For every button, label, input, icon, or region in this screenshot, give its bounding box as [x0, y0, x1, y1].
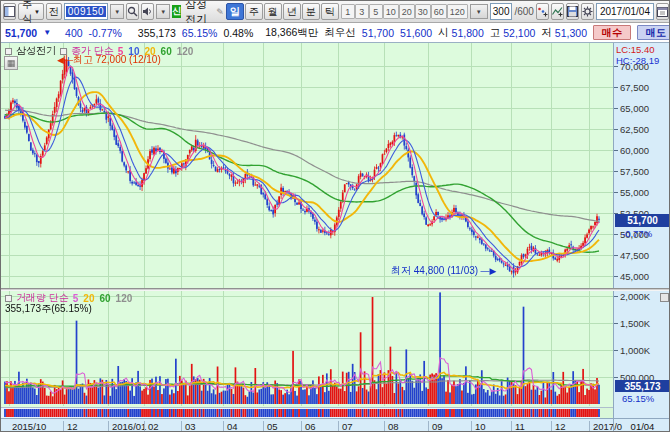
pane-collapse-button[interactable]: [660, 293, 669, 302]
tick-label: 1,000K: [620, 345, 650, 356]
chart-date-input[interactable]: 2017/01/04: [596, 3, 654, 20]
current-change-label: -0.77%: [622, 228, 652, 239]
price-axis-tick: 57,500: [614, 166, 649, 177]
volume-axis-tick: 1,500K: [614, 318, 650, 329]
price-axis-panel: LC:15.40 HC:-28.19 70,00067,50065,00062,…: [613, 43, 670, 418]
volume-ratio: 65.15%: [182, 27, 218, 39]
x-axis-label: 10: [471, 421, 486, 432]
x-axis-label: 07: [338, 421, 353, 432]
interval-button[interactable]: 30: [415, 4, 431, 19]
price-axis-tick: 62,500: [614, 124, 649, 135]
indicator-add-button[interactable]: [536, 3, 549, 20]
search-button[interactable]: [126, 3, 139, 20]
prev-button[interactable]: 전: [46, 3, 62, 20]
arrow-left-icon: ◀—: [57, 55, 73, 65]
period-button[interactable]: 일: [226, 3, 244, 20]
down-arrow-icon: ▼: [43, 28, 51, 37]
calendar-button[interactable]: [656, 3, 669, 20]
sound-button[interactable]: [141, 3, 154, 20]
open-value: 51,800: [452, 27, 484, 39]
interval-button[interactable]: 10: [383, 4, 399, 19]
volume-summary-label: 355,173주(65.15%): [5, 302, 92, 316]
sound-dropdown-button[interactable]: ▼: [156, 4, 170, 19]
tick-mark: [614, 192, 618, 193]
tick-mark: [614, 150, 618, 151]
tick-mark: [614, 171, 618, 172]
settings-button[interactable]: [581, 3, 594, 20]
open-label: 시: [438, 26, 449, 40]
floppy-icon: [567, 6, 578, 17]
interval-button[interactable]: 20: [399, 4, 415, 19]
bar-count-input[interactable]: 300: [490, 3, 513, 20]
interval-button[interactable]: 5: [369, 4, 383, 19]
window-menu-button[interactable]: [3, 3, 16, 20]
interval-button[interactable]: 60: [431, 4, 447, 19]
code-dropdown-button[interactable]: ▼: [110, 4, 124, 19]
ma-period-label: 60: [99, 293, 110, 304]
tick-label: 62,500: [620, 124, 649, 135]
asset-type-label: 주식: [22, 0, 32, 26]
legend-series-name: 삼성전기: [16, 44, 56, 58]
volume-series-toggle[interactable]: [5, 295, 12, 302]
period-button[interactable]: 틱: [321, 3, 339, 20]
trade-amount: 18,366백만: [265, 26, 318, 40]
interval-button[interactable]: 120: [447, 4, 468, 19]
tick-label: 2,000K: [620, 291, 650, 302]
save-button[interactable]: [566, 3, 579, 20]
tick-mark: [614, 87, 618, 88]
ma-period-label: 120: [177, 46, 194, 57]
bar-max-label: /600: [514, 6, 533, 17]
high-value: 52,100: [503, 27, 535, 39]
pane-divider[interactable]: [1, 288, 670, 291]
period-button[interactable]: 년: [283, 3, 301, 20]
sell-button[interactable]: 매도: [637, 25, 670, 40]
period-button[interactable]: 월: [264, 3, 282, 20]
new-listing-badge: 신: [172, 5, 181, 18]
interval-buttons: 13510203060120: [341, 4, 468, 19]
chart-region: 삼성전기 종가 단순 5102060120 ▦ ◀—최고 72,000 (12/…: [1, 43, 670, 432]
series-toggle[interactable]: [5, 48, 12, 55]
x-axis-label: 2016/01: [108, 421, 146, 432]
x-axis-label: 03: [181, 421, 196, 432]
grid-toggle-button[interactable]: ▦: [4, 56, 18, 70]
lc-label: LC:15.40: [616, 44, 655, 55]
interval-button[interactable]: 1: [341, 4, 355, 19]
high-annotation-text: 최고 72,000 (12/10): [73, 54, 161, 65]
stock-code-input[interactable]: 009150: [64, 3, 108, 20]
volume-chart-canvas[interactable]: [1, 291, 613, 406]
period-button[interactable]: 분: [302, 3, 320, 20]
price-axis-tick: 60,000: [614, 145, 649, 156]
tick-label: 57,500: [620, 166, 649, 177]
low-value: 51,300: [555, 27, 587, 39]
tick-label: 47,500: [620, 250, 649, 261]
tick-mark: [614, 255, 618, 256]
info-bar: 51,700 ▼ 400 -0.77% 355,173 65.15% 0.48%…: [1, 23, 670, 43]
tick-mark: [614, 350, 618, 351]
x-axis-row: 2015/10122016/01020304050607080910111220…: [1, 418, 670, 432]
low-label: 저: [541, 26, 552, 40]
price-chart-canvas[interactable]: [1, 43, 613, 288]
trendline-button[interactable]: [551, 3, 564, 20]
best-ask: 51,600: [400, 27, 432, 39]
dots-plus-icon: [537, 6, 548, 17]
price-axis-tick: 67,500: [614, 82, 649, 93]
interval-select[interactable]: ▼: [470, 4, 488, 19]
trendline-icon: [552, 6, 563, 17]
tick-mark: [614, 296, 618, 297]
tick-label: 65,000: [620, 103, 649, 114]
speaker-icon: [142, 6, 153, 17]
calendar-icon: [657, 6, 668, 17]
tick-label: 45,000: [620, 271, 649, 282]
high-label: 고: [490, 26, 501, 40]
x-axis-label: 06: [301, 421, 316, 432]
price-axis-tick: 65,000: [614, 103, 649, 114]
tick-mark: [614, 276, 618, 277]
edit-icon[interactable]: ✎: [216, 7, 224, 17]
price-axis-tick: 45,000: [614, 271, 649, 282]
price-axis-tick: 55,000: [614, 187, 649, 198]
period-button[interactable]: 주: [245, 3, 263, 20]
buy-button[interactable]: 매수: [593, 25, 631, 40]
asset-type-select[interactable]: 주식▼: [18, 3, 44, 20]
search-icon: [127, 6, 138, 17]
interval-button[interactable]: 3: [355, 4, 369, 19]
